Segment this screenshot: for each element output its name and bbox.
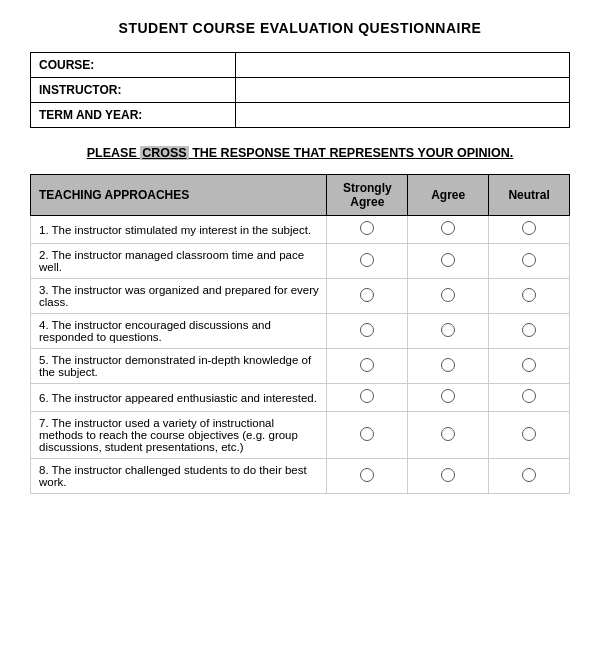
radio-neutral[interactable] xyxy=(489,412,570,459)
radio-circle-strongly-agree[interactable] xyxy=(360,323,374,337)
radio-neutral[interactable] xyxy=(489,244,570,279)
col-teaching-approaches: TEACHING APPROACHES xyxy=(31,175,327,216)
radio-agree[interactable] xyxy=(408,314,489,349)
info-row: TERM AND YEAR: xyxy=(31,103,570,128)
radio-strongly-agree[interactable] xyxy=(327,244,408,279)
table-header-row: TEACHING APPROACHES Strongly Agree Agree… xyxy=(31,175,570,216)
question-number: 6. xyxy=(39,392,49,404)
question-number: 3. xyxy=(39,284,49,296)
question-text: 4. The instructor encouraged discussions… xyxy=(31,314,327,349)
radio-agree[interactable] xyxy=(408,459,489,494)
radio-agree[interactable] xyxy=(408,244,489,279)
table-row: 5. The instructor demonstrated in-depth … xyxy=(31,349,570,384)
info-label: TERM AND YEAR: xyxy=(31,103,236,128)
col-agree: Agree xyxy=(408,175,489,216)
radio-neutral[interactable] xyxy=(489,384,570,412)
radio-agree[interactable] xyxy=(408,279,489,314)
info-value[interactable] xyxy=(235,53,569,78)
radio-circle-agree[interactable] xyxy=(441,468,455,482)
radio-agree[interactable] xyxy=(408,412,489,459)
radio-circle-agree[interactable] xyxy=(441,389,455,403)
question-number: 1. xyxy=(39,224,49,236)
info-row: INSTRUCTOR: xyxy=(31,78,570,103)
radio-circle-strongly-agree[interactable] xyxy=(360,358,374,372)
col-neutral: Neutral xyxy=(489,175,570,216)
radio-neutral[interactable] xyxy=(489,314,570,349)
question-number: 2. xyxy=(39,249,49,261)
radio-circle-neutral[interactable] xyxy=(522,288,536,302)
info-row: COURSE: xyxy=(31,53,570,78)
radio-circle-strongly-agree[interactable] xyxy=(360,468,374,482)
question-text: 8. The instructor challenged students to… xyxy=(31,459,327,494)
question-text: 1. The instructor stimulated my interest… xyxy=(31,216,327,244)
radio-agree[interactable] xyxy=(408,216,489,244)
radio-neutral[interactable] xyxy=(489,216,570,244)
radio-circle-strongly-agree[interactable] xyxy=(360,389,374,403)
radio-strongly-agree[interactable] xyxy=(327,459,408,494)
radio-circle-neutral[interactable] xyxy=(522,389,536,403)
table-row: 2. The instructor managed classroom time… xyxy=(31,244,570,279)
radio-circle-neutral[interactable] xyxy=(522,253,536,267)
col-strongly-agree: Strongly Agree xyxy=(327,175,408,216)
table-row: 4. The instructor encouraged discussions… xyxy=(31,314,570,349)
question-number: 5. xyxy=(39,354,49,366)
info-label: INSTRUCTOR: xyxy=(31,78,236,103)
radio-strongly-agree[interactable] xyxy=(327,279,408,314)
radio-strongly-agree[interactable] xyxy=(327,384,408,412)
radio-circle-agree[interactable] xyxy=(441,427,455,441)
radio-neutral[interactable] xyxy=(489,349,570,384)
radio-circle-agree[interactable] xyxy=(441,288,455,302)
question-number: 7. xyxy=(39,417,49,429)
radio-agree[interactable] xyxy=(408,384,489,412)
table-row: 7. The instructor used a variety of inst… xyxy=(31,412,570,459)
page-title: STUDENT COURSE EVALUATION QUESTIONNAIRE xyxy=(30,20,570,36)
radio-circle-neutral[interactable] xyxy=(522,358,536,372)
question-text: 2. The instructor managed classroom time… xyxy=(31,244,327,279)
question-number: 8. xyxy=(39,464,49,476)
instruction-text: PLEASE CROSS THE RESPONSE THAT REPRESENT… xyxy=(30,146,570,160)
instruction-suffix: THE RESPONSE THAT REPRESENTS YOUR OPINIO… xyxy=(189,146,514,160)
table-row: 8. The instructor challenged students to… xyxy=(31,459,570,494)
radio-neutral[interactable] xyxy=(489,279,570,314)
table-row: 6. The instructor appeared enthusiastic … xyxy=(31,384,570,412)
radio-strongly-agree[interactable] xyxy=(327,314,408,349)
question-text: 6. The instructor appeared enthusiastic … xyxy=(31,384,327,412)
table-row: 3. The instructor was organized and prep… xyxy=(31,279,570,314)
radio-strongly-agree[interactable] xyxy=(327,412,408,459)
radio-strongly-agree[interactable] xyxy=(327,216,408,244)
question-text: 5. The instructor demonstrated in-depth … xyxy=(31,349,327,384)
radio-circle-strongly-agree[interactable] xyxy=(360,427,374,441)
info-value[interactable] xyxy=(235,103,569,128)
table-row: 1. The instructor stimulated my interest… xyxy=(31,216,570,244)
radio-circle-agree[interactable] xyxy=(441,221,455,235)
radio-circle-neutral[interactable] xyxy=(522,427,536,441)
question-text: 3. The instructor was organized and prep… xyxy=(31,279,327,314)
question-text: 7. The instructor used a variety of inst… xyxy=(31,412,327,459)
instruction-prefix: PLEASE xyxy=(87,146,141,160)
radio-circle-strongly-agree[interactable] xyxy=(360,221,374,235)
radio-neutral[interactable] xyxy=(489,459,570,494)
radio-circle-neutral[interactable] xyxy=(522,323,536,337)
radio-circle-agree[interactable] xyxy=(441,323,455,337)
radio-circle-strongly-agree[interactable] xyxy=(360,253,374,267)
info-label: COURSE: xyxy=(31,53,236,78)
question-number: 4. xyxy=(39,319,49,331)
radio-circle-neutral[interactable] xyxy=(522,221,536,235)
radio-strongly-agree[interactable] xyxy=(327,349,408,384)
info-table: COURSE: INSTRUCTOR: TERM AND YEAR: xyxy=(30,52,570,128)
radio-circle-neutral[interactable] xyxy=(522,468,536,482)
radio-circle-strongly-agree[interactable] xyxy=(360,288,374,302)
radio-circle-agree[interactable] xyxy=(441,253,455,267)
info-value[interactable] xyxy=(235,78,569,103)
radio-agree[interactable] xyxy=(408,349,489,384)
cross-word: CROSS xyxy=(140,146,188,160)
radio-circle-agree[interactable] xyxy=(441,358,455,372)
evaluation-table: TEACHING APPROACHES Strongly Agree Agree… xyxy=(30,174,570,494)
